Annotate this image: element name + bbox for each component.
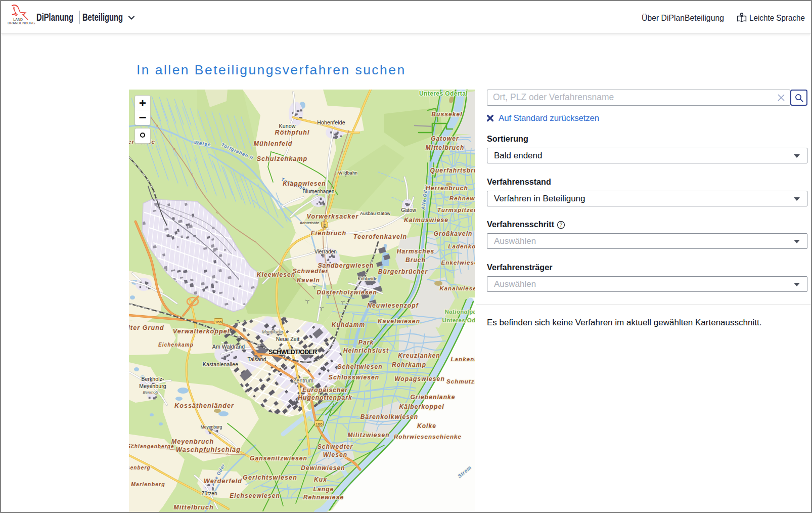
svg-text:Fienbruch: Fienbruch [311,230,346,237]
svg-text:Ladenkol: Ladenkol [448,243,475,249]
svg-text:166: 166 [315,422,323,426]
svg-text:Schlosswiesen: Schlosswiesen [329,374,379,381]
svg-text:Kaveln: Kaveln [297,277,320,284]
svg-text:Schulzenkamp: Schulzenkamp [257,155,308,162]
svg-text:Rohrkamp: Rohrkamp [392,361,426,368]
svg-text:Monplaisir: Monplaisir [262,329,284,334]
svg-text:Harmsches: Harmsches [397,248,435,255]
svg-text:Schwedter: Schwedter [293,268,329,275]
svg-text:Mittelbruch: Mittelbruch [426,144,465,151]
svg-text:Meyenburg: Meyenburg [201,424,222,430]
svg-text:Kälberkoppel: Kälberkoppel [399,403,444,410]
svg-text:Europäischer: Europäischer [302,387,348,394]
svg-text:Neue Zeit: Neue Zeit [276,336,299,342]
svg-text:Wildbahn: Wildbahn [338,170,357,176]
svg-text:Röthpfuhl: Röthpfuhl [275,129,310,136]
svg-text:Eichenkamp: Eichenkamp [158,342,194,348]
svg-text:Lange: Lange [313,486,334,493]
svg-text:Werderfeld: Werderfeld [204,478,242,485]
svg-text:Militzwiesen: Militzwiesen [347,432,389,439]
svg-text:Hohenfelde: Hohenfelde [317,119,345,125]
svg-text:Heinrichslust: Heinrichslust [343,347,389,354]
svg-text:Am Waldrand: Am Waldrand [212,344,245,350]
svg-text:BRANDENBURG: BRANDENBURG [8,21,35,25]
svg-text:Bussekel: Bussekel [431,111,463,118]
svg-text:Griebenlanke: Griebenlanke [410,394,455,401]
svg-text:Berkholz-: Berkholz- [141,376,164,382]
svg-text:Bärenkolkwiesen: Bärenkolkwiesen [360,413,419,420]
svg-text:Eichseewiesen: Eichseewiesen [230,492,280,499]
svg-text:?: ? [560,222,563,228]
svg-text:Park: Park [358,339,374,346]
svg-text:Bürgerbrücher: Bürgerbrücher [378,268,428,275]
svg-text:lter Grund: lter Grund [129,324,164,331]
svg-text:Vorwerksacker: Vorwerksacker [307,213,359,220]
svg-text:Meyenburg: Meyenburg [139,383,166,389]
svg-text:Mühlenfeld: Mühlenfeld [254,140,293,147]
svg-text:Neuwiesenzopf: Neuwiesenzopf [367,302,419,309]
svg-text:Vierraden: Vierraden [314,249,337,254]
svg-text:Teerofenkaveln: Teerofenkaveln [353,233,408,240]
svg-text:Bruch: Bruch [405,256,426,264]
svg-text:Kanalwiese: Kanalwiese [439,285,475,291]
svg-text:Schmutzl: Schmutzl [446,378,475,384]
svg-text:Kleewiesen: Kleewiesen [257,271,295,278]
svg-text:Unteres Ode: Unteres Ode [442,317,475,323]
svg-text:Kolke: Kolke [417,422,436,430]
svg-text:Rehnewiese: Rehnewiese [303,494,344,501]
svg-text:Gansenitzwiesen: Gansenitzwiesen [250,455,307,462]
svg-text:Blumenhagen: Blumenhagen [303,189,335,194]
svg-text:Kreuzlanken: Kreuzlanken [398,352,440,359]
svg-text:Schwedter: Schwedter [318,443,353,450]
svg-text:Zentrum: Zentrum [293,377,313,383]
svg-text:Nationalpa: Nationalpa [445,309,475,315]
svg-text:Kavelwiesen: Kavelwiesen [378,318,420,325]
svg-text:Marienberg: Marienberg [131,481,165,487]
svg-text:Gatower: Gatower [431,135,459,142]
svg-text:Enkelwiese: Enkelwiese [441,260,475,266]
svg-text:Zützen: Zützen [201,491,217,496]
svg-text:Achterhöfe: Achterhöfe [300,221,320,225]
svg-text:SCHWEDT/ODER: SCHWEDT/ODER [268,349,317,356]
svg-text:Meyenbruch: Meyenbruch [171,438,214,445]
svg-text:Kux: Kux [314,476,327,483]
svg-text:Kalmuswiese: Kalmuswiese [404,217,448,224]
svg-text:Mittelbruch: Mittelbruch [173,504,213,511]
svg-text:Dewinwiesen: Dewinwiesen [301,464,345,472]
svg-text:Kunow: Kunow [279,123,295,129]
svg-text:Hugenottenpark: Hugenottenpark [298,394,352,401]
svg-text:166: 166 [215,320,222,324]
svg-text:Kuhdamm: Kuhdamm [332,321,365,328]
svg-text:Querfahrtsbru: Querfahrtsbru [430,167,475,174]
svg-text:Düsterholzwiesen: Düsterholzwiesen [317,289,377,296]
svg-text:esenberg: esenberg [129,465,151,471]
svg-text:Wopagswiesen: Wopagswiesen [394,375,445,382]
svg-text:Rehnewie: Rehnewie [449,195,475,201]
svg-text:Schlangenberge: Schlangenberge [129,444,174,449]
svg-text:Großkaveln: Großkaveln [433,230,472,237]
svg-text:Verwalterkoppel: Verwalterkoppel [173,328,230,335]
svg-text:Herrenbruch: Herrenbruch [426,185,468,192]
svg-text:Gerichtswiesen: Gerichtswiesen [243,474,297,481]
svg-text:Ausbau Gatow: Ausbau Gatow [360,211,391,216]
svg-text:Unteres Odertal: Unteres Odertal [419,90,468,97]
svg-text:Kossäthenländer: Kossäthenländer [174,402,234,409]
svg-text:Berkholz: Berkholz [143,390,158,395]
svg-text:Wiesen: Wiesen [323,451,348,458]
svg-text:Turmspitzen: Turmspitzen [437,207,475,213]
svg-text:Lankenb: Lankenb [451,356,475,362]
svg-text:Talsand: Talsand [248,356,266,362]
svg-text:Gatow: Gatow [401,207,416,213]
svg-text:Kastanienallee: Kastanienallee [203,361,238,367]
svg-text:LAND: LAND [13,18,23,21]
svg-text:Rohrwiesenschienke: Rohrwiesenschienke [394,434,462,440]
svg-text:Waschpfuhlschlag: Waschpfuhlschlag [176,446,241,453]
svg-text:Kuhheide: Kuhheide [358,276,378,281]
svg-text:Scheitwiesen: Scheitwiesen [337,363,382,370]
svg-text:Klappwiesen: Klappwiesen [283,180,326,187]
